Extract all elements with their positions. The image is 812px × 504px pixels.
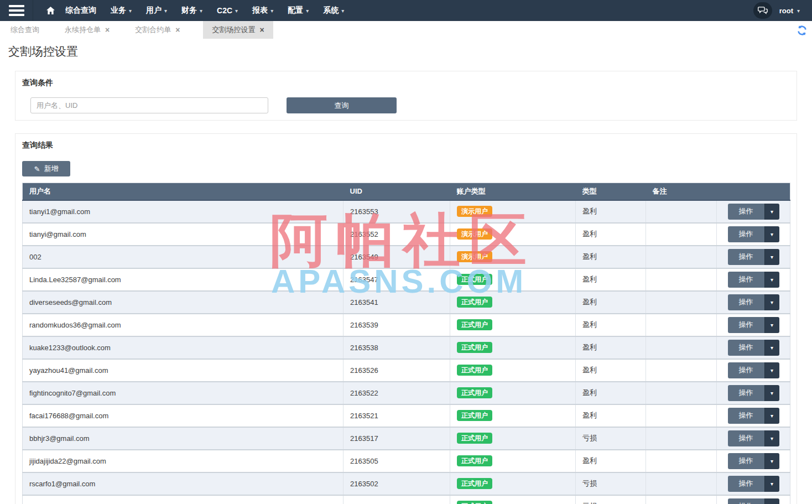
- table-header-row: 用户名UID账户类型类型备注: [23, 183, 790, 200]
- action-split-button: 操作 ▾: [728, 362, 779, 378]
- cell-username: randomkudos36@gmail.com: [23, 314, 343, 336]
- action-dropdown-toggle[interactable]: ▾: [764, 498, 779, 504]
- add-button[interactable]: ✎ 新增: [22, 161, 70, 176]
- navbar-menu-item-label: 系统: [323, 6, 339, 15]
- cell-account-type: 正式用户: [450, 427, 576, 450]
- cell-username: 002: [23, 246, 343, 268]
- cell-uid: 2163502: [343, 472, 450, 495]
- cell-uid: 2163501: [343, 495, 450, 504]
- cell-uid: 2163549: [343, 246, 450, 268]
- action-split-button: 操作 ▾: [728, 476, 779, 492]
- cell-account-type: 正式用户: [450, 495, 576, 504]
- action-dropdown-toggle[interactable]: ▾: [764, 317, 779, 333]
- cell-action: 操作 ▾: [717, 223, 790, 246]
- action-dropdown-toggle[interactable]: ▾: [764, 453, 779, 469]
- tab[interactable]: 交割合约单 ×: [133, 21, 182, 39]
- user-menu[interactable]: root ▾: [779, 7, 800, 15]
- action-button[interactable]: 操作: [728, 476, 764, 492]
- close-icon[interactable]: ×: [259, 26, 264, 34]
- navbar-menu-item[interactable]: 综合查询 ▾: [58, 0, 103, 21]
- action-split-button: 操作 ▾: [728, 340, 779, 356]
- account-type-badge: 正式用户: [457, 410, 492, 421]
- tab[interactable]: 交割场控设置 ×: [203, 21, 273, 39]
- action-split-button: 操作 ▾: [728, 430, 779, 446]
- tab[interactable]: 综合查询 ×: [8, 21, 41, 39]
- action-button[interactable]: 操作: [728, 362, 764, 378]
- chevron-down-icon: ▾: [797, 8, 800, 14]
- navbar-menu-item[interactable]: 财务 ▾: [174, 0, 210, 21]
- action-button[interactable]: 操作: [728, 272, 764, 288]
- chat-messages-button[interactable]: [753, 2, 772, 19]
- cell-action: 操作 ▾: [717, 268, 790, 291]
- navbar-menu-item[interactable]: 用户 ▾: [139, 0, 174, 21]
- results-table: 用户名UID账户类型类型备注 tianyi1@gmail.com 2163553…: [22, 183, 790, 504]
- action-button[interactable]: 操作: [728, 204, 764, 220]
- action-split-button: 操作 ▾: [728, 408, 779, 424]
- refresh-icon[interactable]: [797, 25, 808, 36]
- action-dropdown-toggle[interactable]: ▾: [764, 226, 779, 242]
- action-dropdown-toggle[interactable]: ▾: [764, 385, 779, 401]
- cell-account-type: 正式用户: [450, 382, 576, 404]
- navbar-menu-item[interactable]: 系统 ▾: [316, 0, 351, 21]
- column-header: [717, 183, 790, 200]
- action-button[interactable]: 操作: [728, 317, 764, 333]
- close-icon[interactable]: ×: [175, 26, 180, 34]
- navbar-menu-item[interactable]: 报表 ▾: [245, 0, 280, 21]
- action-split-button: 操作 ▾: [728, 204, 779, 220]
- action-dropdown-toggle[interactable]: ▾: [764, 340, 779, 356]
- action-button[interactable]: 操作: [728, 226, 764, 242]
- search-button[interactable]: 查询: [287, 97, 397, 113]
- account-type-badge: 正式用户: [457, 365, 492, 376]
- top-navbar: 综合查询 ▾ 业务 ▾ 用户 ▾ 财务 ▾ C2C ▾ 报表 ▾ 配置 ▾ 系统…: [0, 0, 812, 21]
- navbar-menu-item[interactable]: C2C ▾: [210, 0, 245, 21]
- cell-type: 盈利: [576, 359, 646, 382]
- cell-remark: [646, 404, 717, 427]
- action-split-button: 操作 ▾: [728, 272, 779, 288]
- action-dropdown-toggle[interactable]: ▾: [764, 272, 779, 288]
- cell-username: rscarfo1@gmail.com: [23, 472, 343, 495]
- action-button[interactable]: 操作: [728, 498, 764, 504]
- tab[interactable]: 永续持仓单 ×: [63, 21, 112, 39]
- table-row: Linda.Lee32587@gmail.com 2163547 正式用户 盈利…: [23, 268, 790, 291]
- cell-type: 盈利: [576, 404, 646, 427]
- query-panel: 查询条件 查询: [15, 71, 797, 121]
- action-dropdown-toggle[interactable]: ▾: [764, 408, 779, 424]
- search-input[interactable]: [30, 97, 268, 113]
- action-dropdown-toggle[interactable]: ▾: [764, 294, 779, 310]
- cell-remark: [646, 427, 717, 450]
- action-button[interactable]: 操作: [728, 294, 764, 310]
- column-header: 备注: [646, 183, 717, 200]
- action-button[interactable]: 操作: [728, 385, 764, 401]
- action-dropdown-toggle[interactable]: ▾: [764, 249, 779, 265]
- cell-remark: [646, 291, 717, 314]
- action-button[interactable]: 操作: [728, 408, 764, 424]
- action-dropdown-toggle[interactable]: ▾: [764, 362, 779, 378]
- account-type-badge: 正式用户: [457, 433, 492, 444]
- action-button[interactable]: 操作: [728, 340, 764, 356]
- account-type-badge: 正式用户: [457, 478, 492, 489]
- chevron-down-icon: ▾: [306, 8, 309, 14]
- navbar-menu-item-label: 用户: [146, 6, 162, 15]
- action-dropdown-toggle[interactable]: ▾: [764, 476, 779, 492]
- navbar-menu-item-label: 配置: [288, 6, 303, 15]
- cell-username: 7329959875: [23, 495, 343, 504]
- navbar-menu-item[interactable]: 配置 ▾: [280, 0, 316, 21]
- account-type-badge: 演示用户: [457, 206, 492, 217]
- tab-label: 交割合约单: [135, 25, 171, 35]
- table-row: diverseseeds@gmail.com 2163541 正式用户 盈利 操…: [23, 291, 790, 314]
- home-icon[interactable]: [41, 7, 58, 14]
- action-dropdown-toggle[interactable]: ▾: [764, 430, 779, 446]
- action-dropdown-toggle[interactable]: ▾: [764, 204, 779, 220]
- hamburger-menu-icon[interactable]: [0, 0, 33, 21]
- action-button[interactable]: 操作: [728, 249, 764, 265]
- action-button[interactable]: 操作: [728, 430, 764, 446]
- navbar-menu-item[interactable]: 业务 ▾: [103, 0, 139, 21]
- cell-account-type: 演示用户: [450, 246, 576, 268]
- cell-action: 操作 ▾: [717, 246, 790, 268]
- cell-uid: 2163541: [343, 291, 450, 314]
- close-icon[interactable]: ×: [105, 26, 110, 34]
- cell-remark: [646, 200, 717, 223]
- account-type-badge: 正式用户: [457, 319, 492, 330]
- action-button[interactable]: 操作: [728, 453, 764, 469]
- cell-type: 盈利: [576, 450, 646, 472]
